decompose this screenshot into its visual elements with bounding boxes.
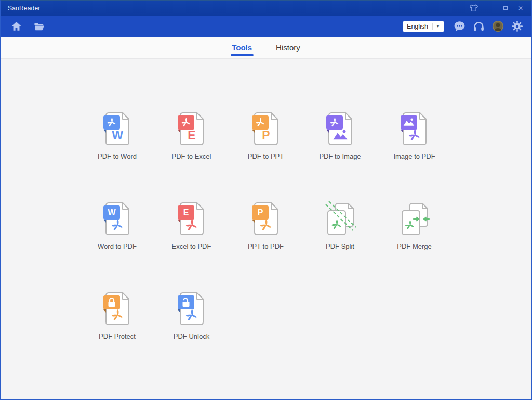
maximize-icon xyxy=(503,6,508,10)
active-tab-underline xyxy=(231,54,254,56)
svg-text:E: E xyxy=(188,128,195,142)
caption-controls: – ✕ xyxy=(468,3,527,14)
maximize-button[interactable] xyxy=(499,3,511,14)
account-button[interactable] xyxy=(491,20,504,33)
tool-label: PDF Protect xyxy=(99,332,136,340)
tabbar: Tools History xyxy=(1,37,531,59)
pdf-unlock-icon xyxy=(173,290,210,328)
settings-button[interactable] xyxy=(510,20,524,33)
account-icon xyxy=(491,20,504,33)
theme-button[interactable] xyxy=(468,3,480,14)
tool-word-to-pdf[interactable]: W Word to PDF xyxy=(80,200,154,250)
tool-pdf-to-image[interactable]: PDF to Image xyxy=(303,110,377,160)
home-button[interactable] xyxy=(9,20,23,33)
tab-tools[interactable]: Tools xyxy=(223,37,261,58)
tool-label: Word to PDF xyxy=(98,242,137,250)
pdf-protect-icon xyxy=(99,290,136,328)
pdf-to-ppt-icon: P xyxy=(247,110,285,148)
tool-pdf-to-ppt[interactable]: PPDF to PPT xyxy=(229,110,303,160)
tool-label: PDF to Image xyxy=(319,152,361,160)
tab-tools-label: Tools xyxy=(232,43,252,52)
tool-label: PDF to PPT xyxy=(248,152,284,160)
word-to-pdf-icon: W xyxy=(99,200,136,238)
titlebar: SanReader – ✕ xyxy=(1,1,531,16)
language-select[interactable]: English ▼ xyxy=(403,21,444,32)
pdf-to-image-icon xyxy=(322,110,359,148)
ppt-to-pdf-icon: P xyxy=(247,200,285,238)
tool-image-to-pdf[interactable]: Image to PDF xyxy=(377,110,451,160)
open-file-button[interactable] xyxy=(32,20,46,33)
tab-history[interactable]: History xyxy=(267,37,309,58)
tool-label: Excel to PDF xyxy=(172,242,211,250)
message-icon xyxy=(453,20,466,33)
svg-text:P: P xyxy=(262,128,270,142)
pdf-merge-icon xyxy=(396,200,433,238)
chevron-down-icon: ▼ xyxy=(436,24,440,29)
language-divider xyxy=(432,23,433,30)
main-content: WPDF to Word EPDF to Excel PPDF to PPT P… xyxy=(1,59,531,399)
tool-pdf-split[interactable]: PDF Split xyxy=(303,200,377,250)
svg-text:W: W xyxy=(108,208,116,217)
minimize-button[interactable]: – xyxy=(483,3,496,14)
pdf-to-excel-icon: E xyxy=(173,110,210,148)
tshirt-icon xyxy=(469,4,479,12)
pdf-to-word-icon: W xyxy=(99,110,136,148)
feedback-button[interactable] xyxy=(453,20,466,33)
tool-excel-to-pdf[interactable]: E Excel to PDF xyxy=(154,200,229,250)
toolbar-left xyxy=(9,20,46,33)
tool-pdf-to-word[interactable]: WPDF to Word xyxy=(80,110,154,160)
tool-pdf-unlock[interactable]: PDF Unlock xyxy=(154,290,229,340)
toolbar-right: English ▼ xyxy=(403,20,524,33)
tool-pdf-merge[interactable]: PDF Merge xyxy=(377,200,451,250)
excel-to-pdf-icon: E xyxy=(173,200,210,238)
folder-icon xyxy=(33,20,45,32)
close-button[interactable]: ✕ xyxy=(514,3,527,14)
tool-label: PPT to PDF xyxy=(248,242,284,250)
tool-pdf-protect[interactable]: PDF Protect xyxy=(80,290,154,340)
support-button[interactable] xyxy=(472,20,485,33)
tool-label: Image to PDF xyxy=(393,152,435,160)
tool-label: PDF Split xyxy=(326,242,354,250)
tool-ppt-to-pdf[interactable]: P PPT to PDF xyxy=(229,200,303,250)
headset-icon xyxy=(472,20,485,33)
tab-history-label: History xyxy=(276,43,300,52)
tool-label: PDF Unlock xyxy=(174,332,209,340)
svg-text:W: W xyxy=(112,128,123,142)
tools-grid: WPDF to Word EPDF to Excel PPDF to PPT P… xyxy=(80,110,452,340)
pdf-split-icon xyxy=(322,200,359,238)
svg-text:P: P xyxy=(257,208,263,217)
svg-text:E: E xyxy=(183,208,189,217)
tool-label: PDF to Excel xyxy=(172,152,211,160)
image-to-pdf-icon xyxy=(396,110,433,148)
toolbar: English ▼ xyxy=(1,16,531,37)
tool-label: PDF Merge xyxy=(397,242,431,250)
app-window: SanReader – ✕ xyxy=(0,0,532,400)
tool-label: PDF to Word xyxy=(98,152,137,160)
gear-icon xyxy=(511,20,524,33)
app-title: SanReader xyxy=(8,5,41,12)
home-icon xyxy=(10,20,22,32)
tool-pdf-to-excel[interactable]: EPDF to Excel xyxy=(154,110,229,160)
language-value: English xyxy=(407,23,428,30)
